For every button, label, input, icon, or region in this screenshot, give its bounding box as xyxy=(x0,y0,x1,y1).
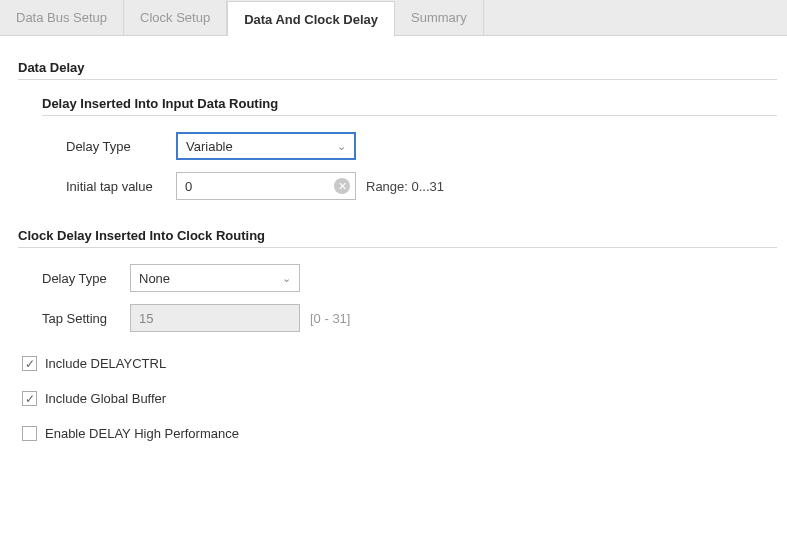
select-value: Variable xyxy=(186,139,233,154)
data-delay-header: Data Delay xyxy=(18,60,777,75)
data-delay-type-row: Delay Type Variable ⌄ xyxy=(66,132,777,160)
divider xyxy=(18,79,777,80)
include-delayctrl-checkbox[interactable]: ✓ Include DELAYCTRL xyxy=(22,356,777,371)
enable-delay-high-performance-checkbox[interactable]: Enable DELAY High Performance xyxy=(22,426,777,441)
tap-setting-input xyxy=(130,304,300,332)
input-data-routing-section: Delay Inserted Into Input Data Routing D… xyxy=(42,96,777,200)
checkbox-label: Include DELAYCTRL xyxy=(45,356,166,371)
options-group: ✓ Include DELAYCTRL ✓ Include Global Buf… xyxy=(22,356,777,441)
divider xyxy=(42,115,777,116)
clear-icon[interactable]: ✕ xyxy=(334,178,350,194)
tap-setting-label: Tap Setting xyxy=(42,311,130,326)
checkbox-label: Include Global Buffer xyxy=(45,391,166,406)
input-routing-header: Delay Inserted Into Input Data Routing xyxy=(42,96,777,111)
tab-summary[interactable]: Summary xyxy=(395,0,484,35)
clock-delay-header: Clock Delay Inserted Into Clock Routing xyxy=(18,228,777,243)
checkbox-icon: ✓ xyxy=(22,391,37,406)
checkbox-label: Enable DELAY High Performance xyxy=(45,426,239,441)
clock-delay-type-row: Delay Type None ⌄ xyxy=(42,264,777,292)
data-delay-type-select[interactable]: Variable ⌄ xyxy=(176,132,356,160)
initial-tap-label: Initial tap value xyxy=(66,179,176,194)
divider xyxy=(18,247,777,248)
clock-delay-type-label: Delay Type xyxy=(42,271,130,286)
clock-delay-type-select[interactable]: None ⌄ xyxy=(130,264,300,292)
tab-data-and-clock-delay[interactable]: Data And Clock Delay xyxy=(227,1,395,36)
checkbox-icon: ✓ xyxy=(22,356,37,371)
initial-tap-input[interactable] xyxy=(176,172,356,200)
initial-tap-row: Initial tap value ✕ Range: 0...31 xyxy=(66,172,777,200)
initial-tap-range: Range: 0...31 xyxy=(366,179,444,194)
checkbox-icon xyxy=(22,426,37,441)
tap-setting-row: Tap Setting [0 - 31] xyxy=(42,304,777,332)
delay-type-label: Delay Type xyxy=(66,139,176,154)
chevron-down-icon: ⌄ xyxy=(337,140,346,153)
tap-setting-range: [0 - 31] xyxy=(310,311,350,326)
content-area: Data Delay Delay Inserted Into Input Dat… xyxy=(0,36,787,471)
tab-bar: Data Bus Setup Clock Setup Data And Cloc… xyxy=(0,0,787,36)
select-value: None xyxy=(139,271,170,286)
tab-clock-setup[interactable]: Clock Setup xyxy=(124,0,227,35)
chevron-down-icon: ⌄ xyxy=(282,272,291,285)
tab-data-bus-setup[interactable]: Data Bus Setup xyxy=(0,0,124,35)
include-global-buffer-checkbox[interactable]: ✓ Include Global Buffer xyxy=(22,391,777,406)
